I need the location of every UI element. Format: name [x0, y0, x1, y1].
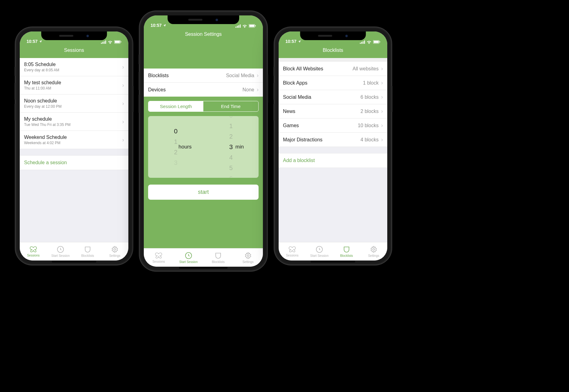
- tab-label: Settings: [368, 254, 379, 257]
- add-blocklist-link[interactable]: Add a blocklist: [279, 153, 387, 168]
- session-sub: Thu at 11:00 AM: [24, 86, 61, 90]
- segment-end-time[interactable]: End Time: [203, 101, 258, 111]
- tab-settings[interactable]: Settings: [101, 242, 128, 261]
- picker-min-value: 3: [229, 143, 233, 150]
- svg-rect-1: [102, 42, 103, 44]
- blocklist-row[interactable]: Block Apps1 block›: [279, 76, 387, 90]
- svg-rect-23: [374, 41, 379, 43]
- row-value: 1 block: [363, 80, 379, 86]
- row-value: 6 blocks: [360, 94, 379, 100]
- row-title: Social Media: [283, 94, 311, 100]
- row-value: Social Media: [226, 73, 254, 78]
- session-row[interactable]: Noon scheduleEvery day at 12:00 PM ›: [20, 94, 128, 113]
- location-icon: [298, 40, 301, 43]
- shield-icon: [214, 252, 222, 259]
- session-row[interactable]: My scheduleTue Wed Thu Fri at 3:35 PM ›: [20, 113, 128, 131]
- wifi-icon: [367, 40, 372, 44]
- signal-icon: [101, 40, 106, 44]
- tab-bar: Sessions Start Session Blocklists Settin…: [279, 242, 387, 261]
- status-time: 10:57: [27, 39, 38, 44]
- segment-session-length[interactable]: Session Length: [148, 101, 203, 111]
- chevron-right-icon: ›: [381, 80, 383, 86]
- tab-label: Start Session: [310, 254, 328, 257]
- status-time: 10:57: [151, 23, 162, 28]
- battery-icon: [114, 40, 122, 44]
- svg-rect-9: [235, 27, 236, 28]
- gear-icon: [244, 252, 252, 259]
- picker-hours-label: hours: [178, 144, 192, 150]
- tab-sessions[interactable]: Sessions: [20, 242, 47, 261]
- svg-rect-11: [238, 25, 239, 27]
- location-icon: [163, 24, 166, 27]
- svg-point-17: [247, 255, 249, 256]
- session-row[interactable]: 8:05 ScheduleEvery day at 8:05 AM ›: [20, 58, 128, 76]
- chevron-right-icon: ›: [381, 108, 383, 115]
- tab-start-session[interactable]: Start Session: [306, 242, 333, 261]
- tab-blocklists[interactable]: Blocklists: [203, 248, 233, 267]
- tab-start-session[interactable]: Start Session: [47, 242, 74, 261]
- blocklists-row[interactable]: Blocklists Social Media ›: [144, 69, 263, 83]
- devices-row[interactable]: Devices None ›: [144, 83, 263, 97]
- start-button[interactable]: start: [148, 185, 259, 200]
- row-title: Block Apps: [283, 80, 307, 86]
- row-title: Major Distractions: [283, 137, 322, 143]
- session-sub: Every day at 8:05 AM: [24, 68, 59, 72]
- svg-rect-10: [237, 26, 238, 27]
- tab-label: Start Session: [51, 254, 69, 257]
- session-row[interactable]: My test scheduleThu at 11:00 AM ›: [20, 76, 128, 94]
- battery-icon: [373, 40, 380, 44]
- tab-settings[interactable]: Settings: [233, 248, 263, 267]
- tab-sessions[interactable]: Sessions: [279, 242, 306, 261]
- blocklist-row[interactable]: News2 blocks›: [279, 104, 387, 119]
- svg-rect-3: [105, 40, 106, 44]
- tab-bar: Sessions Start Session Blocklists Settin…: [144, 248, 263, 267]
- gear-icon: [370, 246, 377, 253]
- page-title: Session Settings: [144, 28, 263, 41]
- tab-start-session[interactable]: Start Session: [174, 248, 204, 267]
- tab-label: Start Session: [179, 260, 197, 264]
- session-title: My schedule: [24, 116, 71, 122]
- signal-icon: [360, 40, 365, 44]
- picker-hours-value: 0: [174, 127, 178, 135]
- duration-picker[interactable]: 0 123 hours 012 3 456 min: [148, 116, 259, 178]
- tab-sessions[interactable]: Sessions: [144, 248, 174, 267]
- home-indicator[interactable]: [311, 261, 355, 262]
- chevron-right-icon: ›: [381, 65, 383, 72]
- home-indicator[interactable]: [179, 267, 227, 269]
- chevron-right-icon: ›: [257, 72, 259, 79]
- tab-blocklists[interactable]: Blocklists: [74, 242, 101, 261]
- svg-rect-19: [361, 42, 362, 44]
- tab-blocklists[interactable]: Blocklists: [333, 242, 360, 261]
- schedule-session-link[interactable]: Schedule a session: [20, 155, 128, 170]
- svg-point-26: [373, 248, 375, 250]
- blocklist-row[interactable]: Social Media6 blocks›: [279, 90, 387, 104]
- tab-settings[interactable]: Settings: [360, 242, 387, 261]
- butterfly-icon: [288, 246, 296, 253]
- svg-rect-2: [104, 41, 105, 44]
- svg-rect-21: [364, 40, 365, 44]
- row-value: 4 blocks: [360, 137, 379, 143]
- home-indicator[interactable]: [52, 261, 96, 262]
- tab-label: Blocklists: [81, 254, 94, 257]
- blocklist-row[interactable]: Major Distractions4 blocks›: [279, 133, 387, 147]
- gear-icon: [111, 246, 118, 253]
- chevron-right-icon: ›: [122, 137, 124, 143]
- svg-rect-24: [380, 41, 380, 43]
- session-title: My test schedule: [24, 80, 61, 85]
- tab-label: Blocklists: [340, 254, 353, 257]
- session-title: Noon schedule: [24, 98, 61, 104]
- chevron-right-icon: ›: [257, 86, 259, 93]
- clock-icon: [185, 252, 192, 259]
- blocklist-row[interactable]: Games10 blocks›: [279, 119, 387, 133]
- clock-icon: [316, 246, 323, 253]
- tab-label: Settings: [109, 254, 120, 257]
- blocklist-row[interactable]: Block All WebsitesAll websites›: [279, 62, 387, 76]
- svg-rect-12: [240, 24, 241, 28]
- butterfly-icon: [29, 246, 37, 253]
- row-label: Devices: [148, 87, 166, 93]
- session-row[interactable]: Weekend ScheduleWeekends at 4:02 PM ›: [20, 131, 128, 149]
- location-icon: [39, 40, 42, 43]
- row-title: Games: [283, 123, 299, 128]
- session-sub: Tue Wed Thu Fri at 3:35 PM: [24, 123, 71, 127]
- clock-icon: [57, 246, 64, 253]
